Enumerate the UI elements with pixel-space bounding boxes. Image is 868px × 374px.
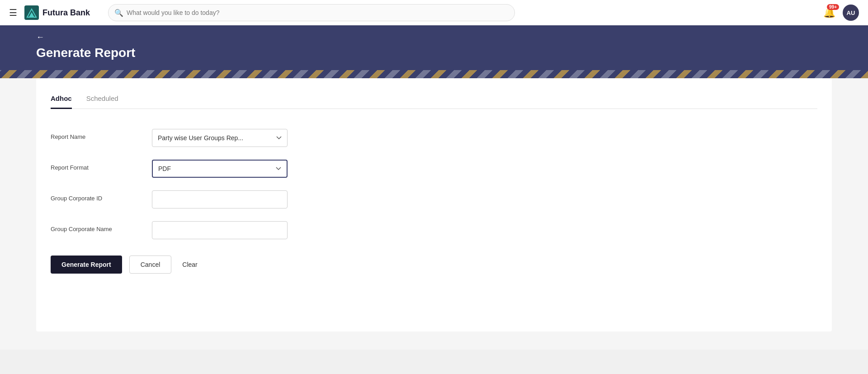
- navbar-actions: 🔔 99+ AU: [823, 5, 859, 21]
- search-bar[interactable]: 🔍: [108, 4, 515, 21]
- report-name-control: Party wise User Groups Rep...: [152, 129, 288, 147]
- group-corporate-id-row: Group Corporate ID: [51, 190, 817, 208]
- decorative-stripe: [0, 70, 868, 78]
- cancel-button[interactable]: Cancel: [129, 256, 172, 274]
- tab-scheduled[interactable]: Scheduled: [86, 89, 118, 109]
- main-content: Adhoc Scheduled Report Name Party wise U…: [0, 78, 868, 350]
- navbar: ☰ Futura Bank 🔍 🔔 99+ AU: [0, 0, 868, 25]
- report-format-label: Report Format: [51, 160, 141, 171]
- button-row: Generate Report Cancel Clear: [51, 256, 817, 274]
- report-name-row: Report Name Party wise User Groups Rep..…: [51, 129, 817, 147]
- report-name-label: Report Name: [51, 129, 141, 140]
- report-form: Report Name Party wise User Groups Rep..…: [51, 125, 817, 277]
- group-corporate-name-input[interactable]: [152, 221, 288, 239]
- content-card: Adhoc Scheduled Report Name Party wise U…: [36, 78, 832, 331]
- avatar[interactable]: AU: [843, 5, 859, 21]
- group-corporate-id-label: Group Corporate ID: [51, 190, 141, 202]
- report-format-row: Report Format PDF XLSX CSV: [51, 160, 817, 178]
- search-icon: 🔍: [114, 9, 123, 17]
- group-corporate-name-control: [152, 221, 288, 239]
- report-name-select[interactable]: Party wise User Groups Rep...: [152, 129, 288, 147]
- group-corporate-name-row: Group Corporate Name: [51, 221, 817, 239]
- generate-report-button[interactable]: Generate Report: [51, 256, 122, 274]
- header-banner: ← Generate Report: [0, 25, 868, 78]
- tabs: Adhoc Scheduled: [51, 89, 817, 109]
- report-format-control: PDF XLSX CSV: [152, 160, 288, 178]
- brand-name: Futura Bank: [42, 8, 90, 18]
- group-corporate-id-control: [152, 190, 288, 208]
- brand-logo: [24, 5, 39, 20]
- brand: Futura Bank: [24, 5, 90, 20]
- group-corporate-name-label: Group Corporate Name: [51, 221, 141, 232]
- notification-badge: 99+: [827, 4, 839, 10]
- tab-adhoc[interactable]: Adhoc: [51, 89, 72, 109]
- notification-bell[interactable]: 🔔 99+: [823, 7, 835, 19]
- menu-icon[interactable]: ☰: [9, 7, 17, 18]
- group-corporate-id-input[interactable]: [152, 190, 288, 208]
- clear-button[interactable]: Clear: [179, 256, 201, 273]
- report-format-select[interactable]: PDF XLSX CSV: [152, 160, 288, 178]
- back-button[interactable]: ←: [36, 33, 44, 42]
- search-input[interactable]: [108, 4, 515, 21]
